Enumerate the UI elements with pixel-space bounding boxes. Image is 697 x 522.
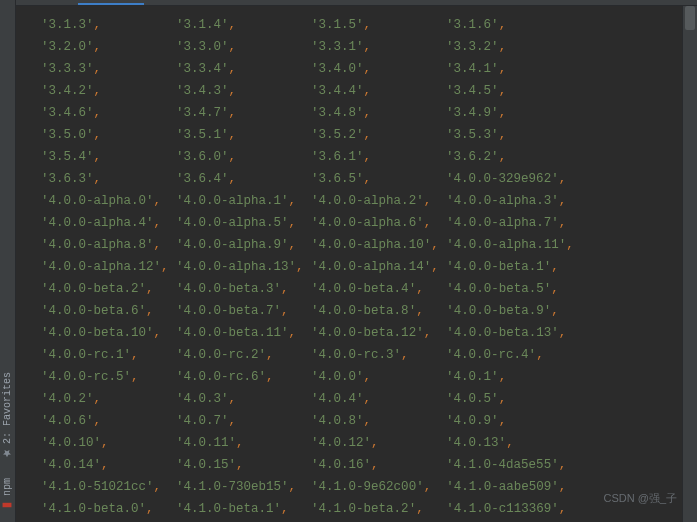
code-punctuation (26, 370, 41, 384)
code-punctuation (26, 282, 41, 296)
code-line: '4.0.14', '4.0.15', '4.0.16', '4.1.0-4da… (26, 454, 671, 476)
code-punctuation: , (94, 150, 177, 164)
editor-scrollbar[interactable] (682, 6, 697, 522)
code-punctuation (26, 502, 41, 516)
code-punctuation: , (229, 392, 312, 406)
code-punctuation: , (424, 480, 447, 494)
version-string-literal: '3.5.2' (311, 128, 364, 142)
code-punctuation (26, 414, 41, 428)
version-string-literal: '3.4.5' (446, 84, 499, 98)
version-string-literal: '4.0.0-beta.5' (446, 282, 551, 296)
code-punctuation: , (94, 84, 177, 98)
code-line: '3.6.3', '3.6.4', '3.6.5', '4.0.0-329e96… (26, 168, 671, 190)
version-string-literal: '4.0.0-alpha.14' (311, 260, 431, 274)
version-string-literal: '4.1.0-4da5e55' (446, 458, 559, 472)
version-string-literal: '3.4.6' (41, 106, 94, 120)
code-punctuation: , (499, 106, 507, 120)
version-string-literal: '3.3.3' (41, 62, 94, 76)
code-punctuation: , (289, 194, 312, 208)
code-punctuation: , (559, 480, 567, 494)
code-punctuation: , (364, 150, 447, 164)
code-line: '4.0.0-alpha.4', '4.0.0-alpha.5', '4.0.0… (26, 212, 671, 234)
version-string-literal: '4.0.0-beta.13' (446, 326, 559, 340)
version-string-literal: '4.0.0-rc.6' (176, 370, 266, 384)
version-string-literal: '3.3.4' (176, 62, 229, 76)
code-punctuation: , (266, 348, 311, 362)
code-punctuation: , (499, 128, 507, 142)
version-string-literal: '4.0.2' (41, 392, 94, 406)
code-punctuation: , (499, 84, 507, 98)
version-string-literal: '4.0.9' (446, 414, 499, 428)
code-punctuation: , (364, 172, 447, 186)
code-punctuation: , (364, 106, 447, 120)
code-punctuation: , (281, 282, 311, 296)
code-punctuation: , (229, 62, 312, 76)
code-punctuation: , (229, 128, 312, 142)
code-punctuation: , (229, 84, 312, 98)
active-tab-indicator (78, 3, 144, 5)
version-string-literal: '3.4.1' (446, 62, 499, 76)
code-punctuation: , (289, 480, 312, 494)
version-string-literal: '4.0.0-rc.2' (176, 348, 266, 362)
code-punctuation: , (229, 18, 312, 32)
version-string-literal: '4.0.0-alpha.1' (176, 194, 289, 208)
code-punctuation (26, 348, 41, 362)
code-punctuation: , (229, 106, 312, 120)
version-string-literal: '4.0.0-rc.5' (41, 370, 131, 384)
scrollbar-thumb[interactable] (685, 6, 695, 30)
version-string-literal: '4.0.0-rc.1' (41, 348, 131, 362)
version-string-literal: '4.0.0-beta.11' (176, 326, 289, 340)
version-string-literal: '3.1.6' (446, 18, 499, 32)
version-string-literal: '3.4.7' (176, 106, 229, 120)
code-punctuation: , (131, 370, 176, 384)
code-line: '4.0.0-beta.6', '4.0.0-beta.7', '4.0.0-b… (26, 300, 671, 322)
code-punctuation (26, 436, 41, 450)
star-icon (3, 448, 13, 458)
code-punctuation (26, 216, 41, 230)
version-string-literal: '4.0.0-alpha.6' (311, 216, 424, 230)
version-string-literal: '3.4.4' (311, 84, 364, 98)
code-punctuation (26, 458, 41, 472)
code-punctuation: , (229, 40, 312, 54)
version-string-literal: '4.0.0-beta.8' (311, 304, 416, 318)
version-string-literal: '4.0.0-alpha.7' (446, 216, 559, 230)
code-punctuation: , (364, 84, 447, 98)
code-punctuation: , (431, 238, 446, 252)
code-punctuation: , (371, 458, 446, 472)
code-punctuation: , (424, 194, 447, 208)
code-punctuation: , (154, 238, 177, 252)
version-string-literal: '4.0.0-beta.7' (176, 304, 281, 318)
code-line: '3.1.3', '3.1.4', '3.1.5', '3.1.6', (26, 14, 671, 36)
version-string-literal: '4.0.0-alpha.8' (41, 238, 154, 252)
code-punctuation: , (131, 348, 176, 362)
version-string-literal: '4.0.0-beta.4' (311, 282, 416, 296)
version-string-literal: '3.3.1' (311, 40, 364, 54)
sidebar-tab-npm[interactable]: npm (2, 474, 13, 514)
code-punctuation: , (101, 458, 176, 472)
version-string-literal: '4.0.0-beta.6' (41, 304, 146, 318)
version-string-literal: '3.5.3' (446, 128, 499, 142)
code-punctuation (26, 194, 41, 208)
code-punctuation: , (416, 304, 446, 318)
version-string-literal: '4.1.0-beta.2' (311, 502, 416, 516)
code-editor[interactable]: '3.1.3', '3.1.4', '3.1.5', '3.1.6', '3.2… (16, 6, 681, 522)
code-line: '3.3.3', '3.3.4', '3.4.0', '3.4.1', (26, 58, 671, 80)
version-string-literal: '4.1.0-51021cc' (41, 480, 154, 494)
code-line: '4.1.0-beta.0', '4.1.0-beta.1', '4.1.0-b… (26, 498, 671, 520)
sidebar-tab-favorites[interactable]: 2: Favorites (2, 368, 13, 462)
code-punctuation: , (416, 502, 446, 516)
code-punctuation: , (364, 128, 447, 142)
code-punctuation (26, 260, 41, 274)
version-string-literal: '4.0.7' (176, 414, 229, 428)
code-punctuation: , (499, 414, 507, 428)
code-line: '4.1.0-51021cc', '4.1.0-730eb15', '4.1.0… (26, 476, 671, 498)
code-punctuation: , (364, 392, 447, 406)
code-punctuation (26, 62, 41, 76)
code-punctuation: , (424, 326, 447, 340)
code-punctuation: , (146, 282, 176, 296)
code-punctuation: , (101, 436, 176, 450)
version-string-literal: '3.4.2' (41, 84, 94, 98)
version-string-literal: '4.0.6' (41, 414, 94, 428)
code-punctuation (26, 40, 41, 54)
version-string-literal: '4.0.11' (176, 436, 236, 450)
